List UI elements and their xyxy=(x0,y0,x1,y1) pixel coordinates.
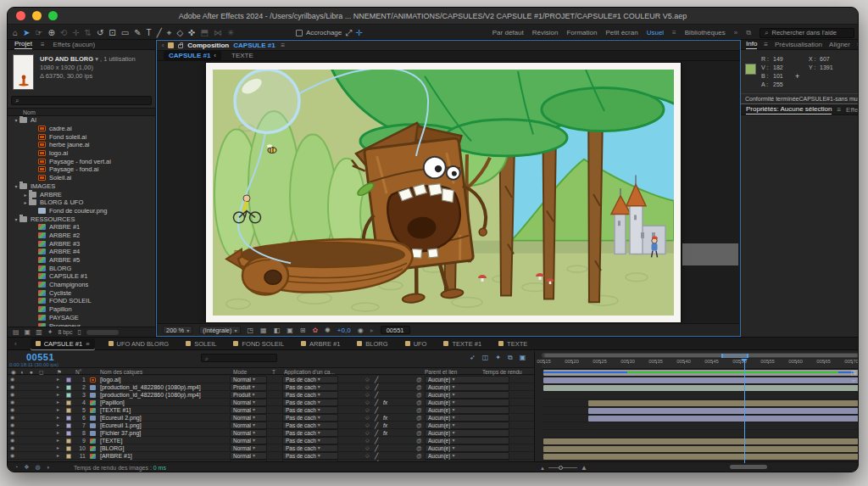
quality-switch-icon[interactable]: ╱ xyxy=(375,444,378,452)
timeline-layer-row[interactable]: ◉ ▸ 3 [production_id_4822860 (1080p).mp4… xyxy=(8,391,534,399)
layer-name[interactable]: [logo.ai] xyxy=(100,376,121,383)
timeline-comp-tab[interactable]: UFO xyxy=(405,340,431,348)
timeline-comp-tab[interactable]: TEXTE #1 xyxy=(443,340,485,348)
collapse-switch-icon[interactable]: ◇ xyxy=(365,422,370,429)
layer-name[interactable]: [TEXTE] xyxy=(100,437,122,444)
panel-menu-icon[interactable]: ≡ xyxy=(281,42,286,49)
layer-duration-bar[interactable] xyxy=(588,416,858,422)
quality-switch-icon[interactable]: ╱ xyxy=(375,391,378,399)
quality-switch-icon[interactable]: ╱ xyxy=(375,429,378,437)
trkmat-column[interactable]: T xyxy=(272,369,275,375)
project-item-row[interactable]: logo.ai xyxy=(8,149,155,158)
tab-effets-truncated[interactable]: Effets et xyxy=(846,106,859,114)
workspace-tab[interactable]: Révision xyxy=(532,29,559,37)
render-queue-icon[interactable]: ◔ xyxy=(14,464,18,471)
expander-icon[interactable]: ▾ xyxy=(13,117,19,123)
timeline-layer-row[interactable]: ◉ ▸ 9 [TEXTE] Normal▾ Pas de cach▾ ◇ ╱ @… xyxy=(8,437,534,444)
layer-color-chip[interactable] xyxy=(66,446,71,451)
project-item-row[interactable]: ARBRE #2 xyxy=(8,232,155,240)
item-label[interactable]: FOND SOLEIL xyxy=(49,297,92,304)
workspace-tab[interactable]: ⧉ xyxy=(746,29,751,37)
item-label[interactable]: CAPSULE #1 xyxy=(49,272,87,280)
zoom-slider[interactable] xyxy=(548,467,577,468)
timeline-layer-row[interactable]: ◉ ▸ 7 [Ecureuil 1.png] Normal▾ Pas de ca… xyxy=(8,422,534,429)
snap-checkbox[interactable] xyxy=(296,30,303,36)
quality-switch-icon[interactable]: ╱ xyxy=(375,452,378,460)
tool-icon[interactable]: ⋈ xyxy=(214,25,222,40)
item-label[interactable]: logo.ai xyxy=(49,149,68,157)
show-snapshot-icon[interactable]: ▸ xyxy=(370,327,374,334)
timeline-track-row[interactable] xyxy=(542,377,858,384)
grid-guides-icon[interactable]: ◳ xyxy=(248,327,254,334)
timeline-track-row[interactable] xyxy=(542,453,858,461)
hand-marker-icon[interactable]: ☞ xyxy=(850,377,857,386)
quality-switch-icon[interactable]: ╱ xyxy=(375,406,378,414)
work-area-bracket[interactable] xyxy=(721,354,748,358)
zoom-in-mountain-icon[interactable]: ▲ xyxy=(581,464,587,472)
motion-blur-icon[interactable]: ⧉ xyxy=(508,354,513,362)
navigator-range[interactable] xyxy=(544,354,858,357)
timeline-track-row[interactable] xyxy=(542,438,858,445)
item-label[interactable]: ARBRE #5 xyxy=(49,256,80,264)
layer-name-column[interactable]: Nom des calques xyxy=(100,369,142,375)
tool-icon[interactable]: ⬒ xyxy=(200,25,208,40)
shy-layers-icon[interactable]: ◫ xyxy=(482,354,489,362)
project-item-row[interactable]: cadre.ai xyxy=(8,125,155,133)
pickwhip-icon[interactable]: @ xyxy=(416,414,422,422)
item-label[interactable]: BLORG xyxy=(49,265,71,272)
quality-switch-icon[interactable]: ╱ xyxy=(375,399,378,406)
track-matte-dropdown[interactable]: Pas de cach▾ xyxy=(282,437,338,444)
layer-name[interactable]: [Fichier 37.png] xyxy=(100,429,141,437)
eye-icon[interactable]: ◉ xyxy=(10,444,14,452)
layer-color-chip[interactable] xyxy=(66,423,71,428)
blend-mode-dropdown[interactable]: Normal▾ xyxy=(230,437,267,444)
item-label[interactable]: Fond soleil.ai xyxy=(49,133,86,141)
region-of-interest-icon[interactable]: ◧ xyxy=(274,327,281,334)
project-item-row[interactable]: ▾ RESSOURCES xyxy=(8,215,155,223)
frame-blend-global-icon[interactable]: ◍ xyxy=(36,464,41,471)
timeline-navigator[interactable] xyxy=(542,353,858,358)
playhead-handle[interactable] xyxy=(741,359,748,366)
collapse-switch-icon[interactable]: ◇ xyxy=(365,444,370,452)
track-matte-dropdown[interactable]: Pas de cach▾ xyxy=(282,391,338,399)
workspace-tab[interactable]: Petit écran xyxy=(605,29,637,37)
layer-name[interactable]: [Ecureuil 1.png] xyxy=(100,422,142,429)
item-label[interactable]: RESSOURCES xyxy=(31,215,75,223)
timeline-layer-row[interactable]: ◉ ▸ 6 [Ecureuil 2.png] Normal▾ Pas de ca… xyxy=(8,414,534,422)
pickwhip-icon[interactable]: @ xyxy=(416,383,422,391)
quality-switch-icon[interactable]: ╱ xyxy=(375,383,378,391)
tool-icon[interactable]: ╱ xyxy=(157,25,162,40)
collapse-switch-icon[interactable]: ◇ xyxy=(365,383,370,391)
blend-mode-dropdown[interactable]: Normal▾ xyxy=(230,422,267,429)
expander-icon[interactable]: ▸ xyxy=(57,399,59,406)
tab-info[interactable]: Info xyxy=(746,40,757,49)
frame-blending-icon[interactable]: ✦ xyxy=(495,354,501,362)
blend-mode-dropdown[interactable]: Produit▾ xyxy=(230,383,267,391)
parent-dropdown[interactable]: Aucun(e)▾ xyxy=(425,383,509,391)
item-label[interactable]: BLORG & UFO xyxy=(40,198,83,206)
timeline-layer-row[interactable]: ◉ ▸ 2 [production_id_4822860 (1080p).mp4… xyxy=(8,383,534,391)
lock-icon[interactable] xyxy=(178,44,183,48)
track-matte-dropdown[interactable]: Pas de cach▾ xyxy=(282,452,338,460)
track-matte-dropdown[interactable]: Pas de cach▾ xyxy=(282,383,338,391)
chevron-left-icon[interactable]: ‹ xyxy=(14,340,17,348)
collapse-switch-icon[interactable]: ◇ xyxy=(365,376,370,383)
tab-proprietes[interactable]: Propriétés: Aucune sélection xyxy=(746,105,832,115)
item-label[interactable]: Soleil.ai xyxy=(49,174,71,182)
timeline-track-row[interactable] xyxy=(542,399,858,407)
draft-3d-icon[interactable]: ❖ xyxy=(24,464,29,471)
layer-name[interactable]: [BLORG] xyxy=(100,444,124,452)
time-ruler[interactable]: 00515 00520 00525 00530 xyxy=(542,359,858,369)
mode-column[interactable]: Mode xyxy=(233,369,247,375)
timeline-comp-tab[interactable]: BLORG xyxy=(357,340,391,348)
playhead[interactable] xyxy=(744,359,745,463)
pickwhip-icon[interactable]: @ xyxy=(416,437,422,444)
current-timecode[interactable]: 00551 xyxy=(26,352,54,362)
horizontal-scrollbar[interactable] xyxy=(730,465,767,469)
snapshot-camera-icon[interactable]: ◉ xyxy=(358,327,364,334)
expander-icon[interactable]: ▸ xyxy=(57,414,59,422)
expander-icon[interactable]: ▾ xyxy=(13,183,19,189)
project-item-row[interactable]: ARBRE #4 xyxy=(8,248,155,256)
collapse-switch-icon[interactable]: ◇ xyxy=(365,437,370,444)
label-column-icon[interactable]: ⚑ xyxy=(57,369,62,376)
